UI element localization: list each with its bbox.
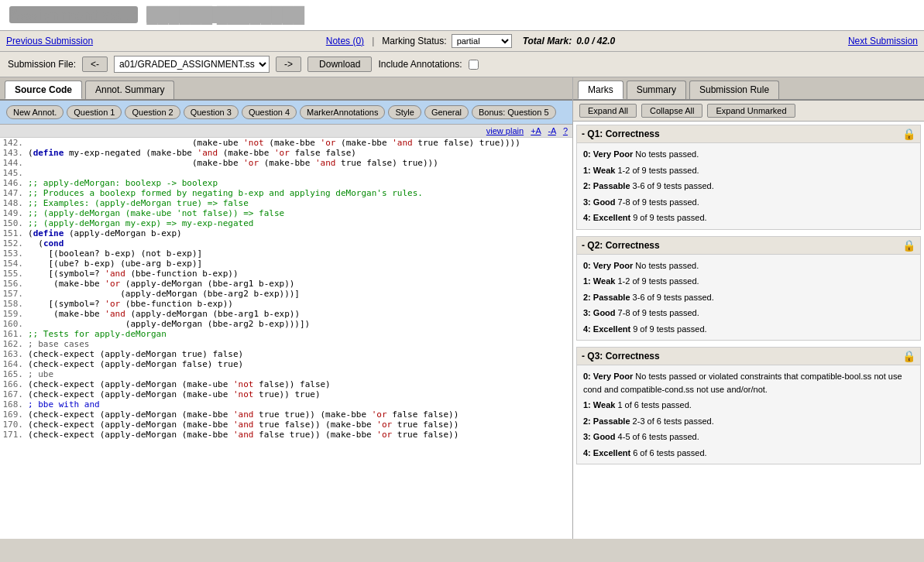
collapse-all-button[interactable]: Collapse All [641,104,702,118]
q3-option-2[interactable]: 2: Passable 2-3 of 6 tests passed. [583,413,914,430]
line-154: 154. [(ube? b-exp) (ube-arg b-exp)] [0,259,572,269]
line-157: 157. (apply-deMorgan (bbe-arg2 b-exp)))] [0,289,572,299]
q2-option-3[interactable]: 3: Good 7-8 of 9 tests passed. [583,305,914,321]
line-148: 148.;; Examples: (apply-deMorgan true) =… [0,198,572,208]
line-159: 159. (make-bbe 'and (apply-deMorgan (bbe… [0,309,572,319]
font-increase-link[interactable]: +A [531,126,541,135]
download-button[interactable]: Download [307,57,372,72]
nav-toolbar: Previous Submission Notes (0) | Marking … [0,31,924,52]
total-mark-value: 0.0 / 42.0 [576,36,615,46]
toolbar-center: Notes (0) | Marking Status: partial comp… [326,34,615,48]
general-button[interactable]: General [424,105,469,119]
tab-submission-rule[interactable]: Submission Rule [689,81,779,99]
q2-option-0[interactable]: 0: Very Poor No tests passed. [583,258,914,274]
q2-header[interactable]: - Q2: Correctness 🔒 [576,236,921,255]
q1-option-2[interactable]: 2: Passable 3-6 of 9 tests passed. [583,178,914,194]
question1-button[interactable]: Question 1 [67,105,122,119]
code-area[interactable]: 142. (make-ube 'not (make-bbe 'or (make-… [0,138,572,539]
line-149: 149.;; (apply-deMorgan (make-ube 'not fa… [0,208,572,218]
line-155: 155. [(symbol=? 'and (bbe-function b-exp… [0,269,572,279]
marks-content[interactable]: - Q1: Correctness 🔒 0: Very Poor No test… [573,122,924,539]
tab-marks[interactable]: Marks [578,81,623,99]
toolbar-left: Previous Submission [6,36,93,46]
q1-option-3[interactable]: 3: Good 7-8 of 9 tests passed. [583,194,914,211]
expand-all-button[interactable]: Expand All [579,104,637,118]
filename-select[interactable]: a01/GRADED_ASSIGNMENT.ss [114,56,270,73]
q2-option-4[interactable]: 4: Excellent 9 of 9 tests passed. [583,321,914,338]
annotation-toolbar: New Annot. Question 1 Question 2 Questio… [0,101,572,125]
line-169: 169.(check-expect (apply-deMorgan (make-… [0,410,572,420]
marking-status-select[interactable]: partial complete not started [452,34,512,48]
pipe-separator: | [372,36,374,46]
code-toolbar: view plain +A -A ? [0,125,572,138]
marker-annotations-button[interactable]: MarkerAnnotations [300,105,385,119]
question3-button[interactable]: Question 3 [184,105,239,119]
q3-title: - Q3: Correctness [582,351,660,362]
line-161: 161.;; Tests for apply-deMorgan [0,329,572,339]
tab-source-code[interactable]: Source Code [5,81,82,99]
line-171: 171.(check-expect (apply-deMorgan (make-… [0,430,572,440]
q3-option-3[interactable]: 3: Good 4-5 of 6 tests passed. [583,429,914,445]
expand-unmarked-button[interactable]: Expand Unmarked [707,104,795,118]
question4-button[interactable]: Question 4 [242,105,297,119]
style-button[interactable]: Style [388,105,421,119]
submission-bar: Submission File: <- a01/GRADED_ASSIGNMEN… [0,52,924,77]
total-mark-label: Total Mark: [523,36,572,46]
q3-option-0[interactable]: 0: Very Poor No tests passed or violated… [583,368,914,397]
line-158: 158. [(symbol=? 'or (bbe-function b-exp)… [0,299,572,309]
q1-option-0[interactable]: 0: Very Poor No tests passed. [583,146,914,163]
next-submission-link[interactable]: Next Submission [848,36,918,46]
line-146: 146.;; apply-deMorgan: boolexp -> boolex… [0,178,572,188]
marks-toolbar: Expand All Collapse All Expand Unmarked [573,101,924,122]
line-164: 164.(check-expect (apply-deMorgan false)… [0,359,572,369]
line-142: 142. (make-ube 'not (make-bbe 'or (make-… [0,138,572,148]
line-170: 170.(check-expect (apply-deMorgan (make-… [0,420,572,430]
left-tab-bar: Source Code Annot. Summary [0,77,572,101]
q1-options: 0: Very Poor No tests passed. 1: Weak 1-… [576,143,921,230]
q2-option-1[interactable]: 1: Weak 1-2 of 9 tests passed. [583,273,914,290]
toolbar-right: Next Submission [848,36,918,46]
line-162: 162.; base cases [0,339,572,349]
q1-lock-icon: 🔒 [902,128,915,140]
q3-options: 0: Very Poor No tests passed or violated… [576,365,921,464]
tab-annot-summary[interactable]: Annot. Summary [85,81,174,99]
q3-section: - Q3: Correctness 🔒 0: Very Poor No test… [576,347,921,464]
q2-lock-icon: 🔒 [902,239,915,252]
left-panel: Source Code Annot. Summary New Annot. Qu… [0,77,573,539]
q3-option-1[interactable]: 1: Weak 1 of 6 tests passed. [583,397,914,413]
line-147: 147.;; Produces a boolexp formed by nega… [0,188,572,198]
q1-option-4[interactable]: 4: Excellent 9 of 9 tests passed. [583,210,914,226]
q3-header[interactable]: - Q3: Correctness 🔒 [576,347,921,365]
bonus-question5-button[interactable]: Bonus: Question 5 [472,105,556,119]
q1-title: - Q1: Correctness [582,129,660,139]
code-scroll[interactable]: 142. (make-ube 'not (make-bbe 'or (make-… [0,138,572,539]
marking-status-label: Marking Status: [382,36,446,46]
line-151: 151.(define (apply-deMorgan b-exp) [0,228,572,238]
right-panel: Marks Summary Submission Rule Expand All… [573,77,924,539]
view-plain-link[interactable]: view plain [486,126,524,135]
q1-option-1[interactable]: 1: Weak 1-2 of 9 tests passed. [583,163,914,179]
annotations-checkbox[interactable] [469,60,479,70]
annotations-label: Include Annotations: [378,59,462,70]
line-167: 167.(check-expect (apply-deMorgan (make-… [0,389,572,399]
prev-submission-link[interactable]: Previous Submission [6,36,93,46]
q1-header[interactable]: - Q1: Correctness 🔒 [576,125,921,143]
q1-section: - Q1: Correctness 🔒 0: Very Poor No test… [576,125,921,230]
main-content: Source Code Annot. Summary New Annot. Qu… [0,77,924,539]
next-file-button[interactable]: -> [276,57,301,72]
question2-button[interactable]: Question 2 [125,105,180,119]
q2-section: - Q2: Correctness 🔒 0: Very Poor No test… [576,236,921,341]
help-link[interactable]: ? [563,126,568,135]
tab-summary[interactable]: Summary [627,81,686,99]
q3-option-4[interactable]: 4: Excellent 6 of 6 tests passed. [583,445,914,461]
new-annot-button[interactable]: New Annot. [6,105,64,119]
line-168: 168.; bbe with and [0,399,572,410]
q3-lock-icon: 🔒 [902,350,915,362]
notes-link[interactable]: Notes (0) [326,36,364,46]
prev-file-button[interactable]: <- [82,57,108,72]
font-decrease-link[interactable]: -A [548,126,555,135]
line-150: 150.;; (apply-deMorgan my-exp) => my-exp… [0,218,572,228]
line-165: 165.; ube [0,369,572,379]
q2-option-2[interactable]: 2: Passable 3-6 of 9 tests passed. [583,290,914,306]
line-163: 163.(check-expect (apply-deMorgan true) … [0,349,572,359]
